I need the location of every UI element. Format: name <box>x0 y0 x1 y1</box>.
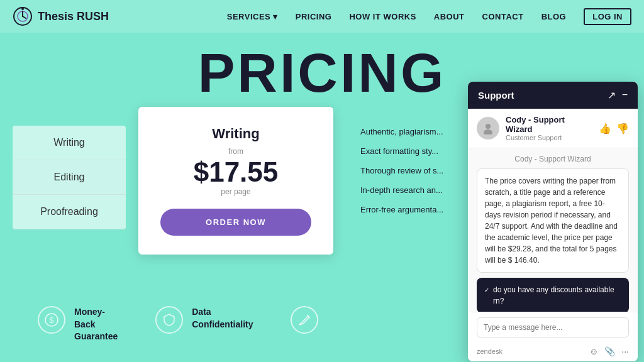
check-icon: ✓ <box>346 165 354 177</box>
nav-pricing[interactable]: PRICING <box>296 12 332 21</box>
expand-icon[interactable]: ↗ <box>608 89 616 101</box>
edit-feature <box>291 306 318 343</box>
service-tabs: Writing Editing Proofreading <box>13 126 126 255</box>
navbar: Thesis RUSH SERVICES ▾ PRICING HOW IT WO… <box>0 0 644 33</box>
nav-how-it-works[interactable]: HOW IT WORKS <box>349 12 416 21</box>
attachment-icon[interactable]: 📎 <box>604 346 615 356</box>
tab-writing[interactable]: Writing <box>13 126 126 160</box>
nav-services[interactable]: SERVICES ▾ <box>227 12 278 21</box>
logo-text: Thesis RUSH <box>38 10 109 23</box>
pricing-card-title: Writing <box>160 126 311 142</box>
chat-input-area <box>468 312 638 343</box>
pricing-per-page: per page <box>160 187 311 196</box>
emoji-icon[interactable]: ☺ <box>589 346 598 356</box>
message-check-icon: ✓ <box>484 285 489 295</box>
chat-input[interactable] <box>477 317 629 337</box>
thumbs-up-icon[interactable]: 👍 <box>599 123 611 134</box>
nav-blog[interactable]: BLOG <box>541 12 567 21</box>
check-icon: ✓ <box>346 184 354 196</box>
bottom-features: $ Money- Back Guarantee Data Confidentia… <box>0 293 356 356</box>
system-message: Cody - Support Wizard <box>477 155 629 163</box>
feature-text: Error-free argumenta... <box>360 205 443 214</box>
chat-header-title: Support <box>478 90 514 101</box>
more-options-icon[interactable]: ··· <box>621 346 629 356</box>
pricing-from-label: from <box>160 147 311 156</box>
agent-info: Cody - Support Wizard Customer Support <box>506 115 592 141</box>
chat-footer-icons: ☺ 📎 ··· <box>589 346 629 356</box>
money-back-icon: $ <box>38 306 65 334</box>
edit-icon <box>291 306 318 334</box>
thumbs-down-icon[interactable]: 👎 <box>616 123 629 134</box>
tab-proofreading[interactable]: Proofreading <box>13 195 126 229</box>
chat-body: Cody - Support Wizard The price covers w… <box>468 148 638 312</box>
svg-line-3 <box>23 16 26 18</box>
zendesk-label: zendesk <box>477 348 502 355</box>
user-message-bubble: ✓ do you have any discounts available rn… <box>477 278 629 312</box>
order-now-button[interactable]: ORDER NOW <box>160 209 311 236</box>
chat-footer: zendesk ☺ 📎 ··· <box>468 343 638 361</box>
agent-name: Cody - Support Wizard <box>506 115 592 134</box>
svg-point-8 <box>486 124 491 129</box>
tab-editing[interactable]: Editing <box>13 160 126 195</box>
check-icon: ✓ <box>346 204 354 216</box>
guarantee-feature: $ Money- Back Guarantee <box>38 306 118 343</box>
chat-header: Support ↗ − <box>468 82 638 109</box>
feature-text: Exact formatting sty... <box>360 146 438 156</box>
agent-row: Cody - Support Wizard Customer Support 👍… <box>468 109 638 148</box>
guarantee-label: Money- Back Guarantee <box>74 306 118 343</box>
chat-header-icons: ↗ − <box>608 89 628 101</box>
confidentiality-label: Data Confidentiality <box>192 306 253 331</box>
pricing-amount: $17.55 <box>160 157 311 187</box>
feature-text: Authentic, plagiarism... <box>360 127 443 136</box>
check-icon: ✓ <box>346 145 354 157</box>
support-chat-widget: Support ↗ − Cody - Support Wizard Custom… <box>468 82 638 361</box>
svg-point-9 <box>484 129 492 134</box>
logo[interactable]: Thesis RUSH <box>13 6 109 26</box>
nav-contact[interactable]: CONTACT <box>482 12 524 21</box>
logo-icon <box>13 6 33 26</box>
check-icon: ✓ <box>346 126 354 138</box>
nav-links: SERVICES ▾ PRICING HOW IT WORKS ABOUT CO… <box>227 8 631 25</box>
agent-role: Customer Support <box>506 134 592 141</box>
agent-message-bubble: The price covers writing the paper from … <box>477 168 629 273</box>
confidentiality-feature: Data Confidentiality <box>155 306 253 343</box>
agent-feedback-icons: 👍 👎 <box>599 123 629 134</box>
nav-login[interactable]: LOG IN <box>584 8 631 25</box>
pricing-card: Writing from $17.55 per page ORDER NOW <box>138 107 333 255</box>
avatar <box>477 117 499 140</box>
feature-text: Thorough review of s... <box>360 166 443 175</box>
minimize-icon[interactable]: − <box>622 89 628 101</box>
feature-text: In-depth research an... <box>360 185 443 195</box>
nav-about[interactable]: ABOUT <box>434 12 465 21</box>
svg-text:$: $ <box>49 315 54 325</box>
data-confidentiality-icon <box>155 306 183 334</box>
